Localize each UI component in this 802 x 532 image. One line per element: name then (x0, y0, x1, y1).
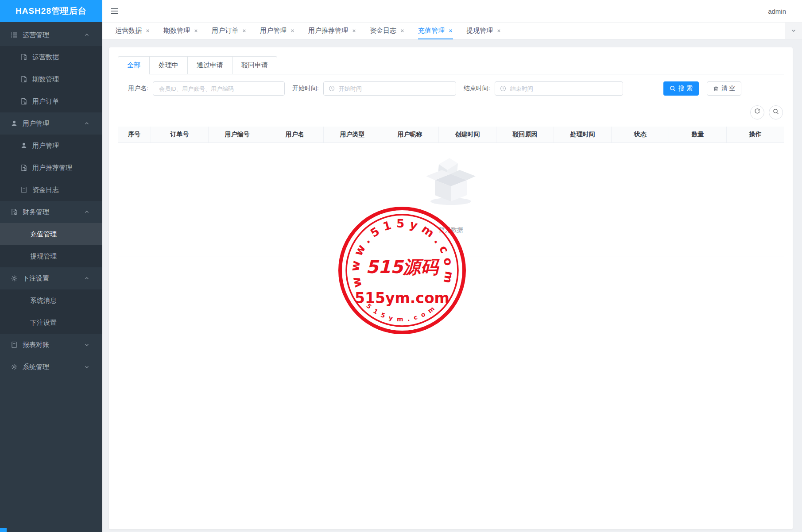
clear-button[interactable]: 清 空 (707, 81, 741, 96)
workspace-tabs: 运营数据期数管理用户订单用户管理用户推荐管理资金日志充值管理提现管理 (108, 23, 508, 39)
sidebar-item-label: 用户推荐管理 (32, 164, 72, 172)
workspace-tab-7[interactable]: 提现管理 (466, 23, 501, 39)
close-icon[interactable] (496, 28, 501, 33)
sidebar-group-5[interactable]: 系统管理 (0, 356, 102, 378)
sidebar-submenu-0: 运营数据期数管理用户订单 (0, 46, 102, 112)
sidebar-item-0-2[interactable]: 用户订单 (0, 90, 102, 112)
close-icon[interactable] (194, 28, 198, 33)
close-icon[interactable] (400, 28, 405, 33)
sidebar-item-label: 用户订单 (32, 97, 59, 106)
username-input[interactable] (158, 85, 279, 93)
empty-box-illustration (424, 154, 477, 208)
chevron-up-icon (84, 276, 89, 281)
sidebar-group-label: 用户管理 (23, 120, 49, 128)
table-column-header-9: 状态 (612, 127, 669, 143)
start-time-input-wrap (323, 81, 456, 96)
column-search-button[interactable] (769, 105, 783, 120)
gear-icon (11, 275, 18, 282)
trash-icon (713, 86, 719, 92)
table-column-header-11: 操作 (727, 127, 784, 143)
workspace-tab-1[interactable]: 期数管理 (163, 23, 198, 39)
user-menu[interactable]: admin (768, 8, 802, 15)
username-label: 用户名: (128, 85, 148, 93)
table-empty-state: 暂无数据 (118, 143, 784, 257)
filter-tab-2[interactable]: 通过申请 (187, 56, 232, 74)
sidebar-item-1-0[interactable]: 用户管理 (0, 135, 102, 157)
sidebar-item-label: 运营数据 (32, 53, 59, 62)
close-icon[interactable] (242, 28, 247, 33)
search-form: 用户名: 开始时间: 结束时间: 搜 索 清 空 (118, 81, 784, 96)
sidebar-item-3-1[interactable]: 下注设置 (0, 312, 102, 334)
sidebar: HASH28管理后台 运营管理运营数据期数管理用户订单用户管理用户管理用户推荐管… (0, 0, 102, 532)
filter-tab-3[interactable]: 驳回申请 (232, 56, 277, 74)
search-button[interactable]: 搜 索 (663, 81, 699, 96)
filter-tab-1[interactable]: 处理中 (149, 56, 188, 74)
chevron-up-icon (84, 32, 89, 38)
workspace-tab-label: 用户推荐管理 (308, 27, 348, 35)
app-logo: HASH28管理后台 (0, 0, 102, 22)
chevron-up-icon (84, 209, 89, 215)
doc-gear-icon (11, 208, 18, 216)
end-time-input[interactable] (509, 85, 618, 93)
workspace-tab-0[interactable]: 运营数据 (115, 23, 150, 39)
chevron-down-icon (791, 27, 796, 35)
workspace-tab-label: 提现管理 (466, 27, 493, 35)
workspace-tab-label: 资金日志 (370, 27, 396, 35)
workspace-tab-2[interactable]: 用户订单 (212, 23, 247, 39)
refresh-button[interactable] (750, 105, 764, 120)
refresh-icon (754, 108, 760, 116)
sidebar-item-2-0[interactable]: 充值管理 (0, 223, 102, 245)
sidebar-group-0[interactable]: 运营管理 (0, 24, 102, 46)
table-column-header-5: 用户昵称 (381, 127, 439, 143)
workspace-tab-5[interactable]: 资金日志 (370, 23, 405, 39)
doc-icon (11, 341, 18, 348)
close-icon[interactable] (448, 28, 453, 33)
sidebar-group-label: 财务管理 (23, 208, 49, 216)
clock-icon (500, 85, 506, 92)
sidebar-group-label: 报表对账 (23, 341, 49, 349)
sidebar-submenu-1: 用户管理用户推荐管理资金日志 (0, 135, 102, 201)
workspace-tab-label: 期数管理 (163, 27, 190, 35)
sidebar-item-label: 期数管理 (32, 75, 59, 84)
table-column-header-10: 数量 (669, 127, 727, 143)
sidebar-group-label: 系统管理 (23, 363, 49, 371)
close-icon[interactable] (352, 28, 356, 33)
close-icon[interactable] (290, 28, 295, 33)
hamburger-icon[interactable] (111, 8, 119, 14)
workspace-tab-4[interactable]: 用户推荐管理 (308, 23, 356, 39)
workspace-tab-3[interactable]: 用户管理 (260, 23, 295, 39)
sidebar-submenu-3: 系统消息下注设置 (0, 289, 102, 334)
list-icon (11, 31, 18, 39)
sidebar-group-3[interactable]: 下注设置 (0, 267, 102, 289)
clock-icon (329, 85, 335, 92)
sidebar-group-4[interactable]: 报表对账 (0, 334, 102, 356)
sidebar-item-label: 资金日志 (32, 186, 59, 194)
filter-tabs: 全部处理中通过申请驳回申请 (118, 56, 784, 74)
clear-button-label: 清 空 (721, 85, 736, 93)
sidebar-item-1-1[interactable]: 用户推荐管理 (0, 157, 102, 179)
sidebar-item-0-0[interactable]: 运营数据 (0, 46, 102, 68)
table-column-header-6: 创建时间 (439, 127, 496, 143)
search-icon (670, 85, 676, 92)
sidebar-group-2[interactable]: 财务管理 (0, 201, 102, 223)
sidebar-submenu-2: 充值管理提现管理 (0, 223, 102, 267)
sidebar-item-3-0[interactable]: 系统消息 (0, 289, 102, 312)
sidebar-item-1-2[interactable]: 资金日志 (0, 179, 102, 201)
content-card: 全部处理中通过申请驳回申请 用户名: 开始时间: 结束时间: 搜 索 清 空 (109, 47, 793, 529)
top-bar: admin (102, 0, 802, 23)
sidebar-corner-accent (0, 528, 7, 532)
sidebar-item-0-1[interactable]: 期数管理 (0, 68, 102, 90)
chevron-up-icon (84, 121, 89, 126)
sidebar-group-1[interactable]: 用户管理 (0, 112, 102, 135)
sidebar-item-label: 充值管理 (30, 230, 57, 239)
end-time-label: 结束时间: (464, 85, 490, 93)
sidebar-item-label: 提现管理 (30, 252, 57, 261)
start-time-input[interactable] (338, 85, 451, 93)
tabstrip-dropdown-button[interactable] (785, 23, 802, 39)
filter-tab-0[interactable]: 全部 (118, 56, 150, 74)
close-icon[interactable] (145, 28, 150, 33)
workspace-tab-6[interactable]: 充值管理 (418, 23, 453, 39)
doc-gear-icon (20, 98, 27, 105)
table-column-header-4: 用户类型 (324, 127, 381, 143)
sidebar-item-2-1[interactable]: 提现管理 (0, 245, 102, 267)
